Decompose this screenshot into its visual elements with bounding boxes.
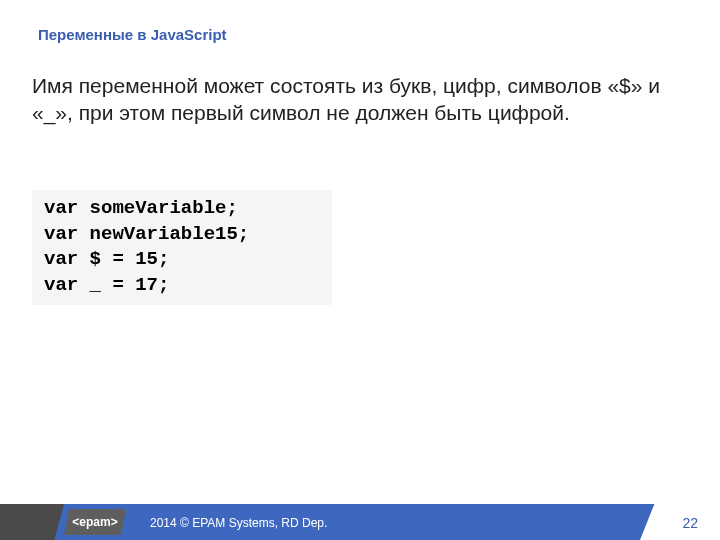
footer-accent	[0, 504, 64, 540]
page-number-bg	[640, 504, 720, 540]
epam-logo: <epam>	[64, 509, 126, 535]
code-example: var someVariable; var newVariable15; var…	[32, 190, 332, 305]
slide-title: Переменные в JavaScript	[38, 26, 227, 43]
footer-copyright: 2014 © EPAM Systems, RD Dep.	[150, 516, 327, 530]
footer-bar: <epam> 2014 © EPAM Systems, RD Dep. 22	[0, 504, 720, 540]
page-number: 22	[682, 515, 698, 531]
body-paragraph: Имя переменной может состоять из букв, ц…	[32, 72, 680, 127]
